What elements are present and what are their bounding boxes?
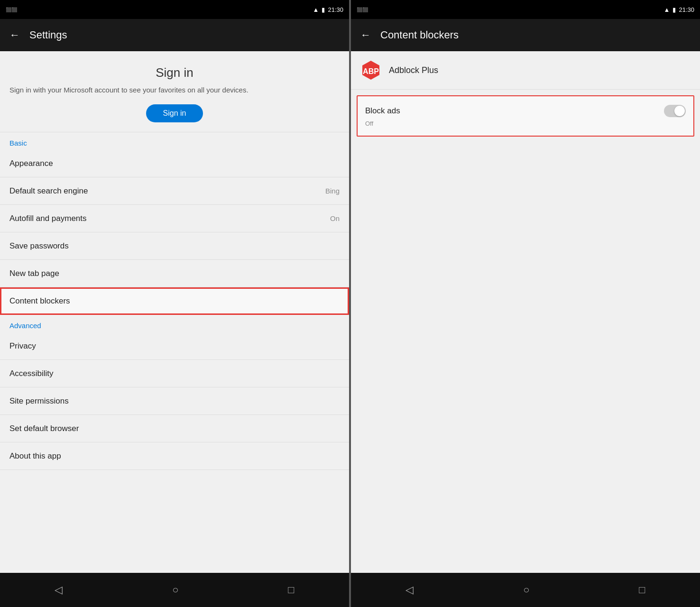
block-ads-toggle[interactable]: [664, 105, 686, 117]
block-ads-status: Off: [365, 120, 686, 127]
adblock-name: Adblock Plus: [389, 65, 438, 75]
left-content: Sign in Sign in with your Microsoft acco…: [0, 51, 349, 573]
settings-label-privacy: Privacy: [9, 341, 36, 351]
left-bottom-nav: ◁ ○ □: [0, 573, 349, 607]
right-back-nav-icon[interactable]: ◁: [405, 584, 414, 596]
right-status-icons: ⬛⬛: [357, 7, 368, 12]
right-time: 21:30: [679, 6, 694, 13]
left-page-title: Settings: [29, 29, 67, 41]
battery-icon: ▮: [322, 6, 325, 13]
wifi-icon: ▲: [313, 6, 319, 13]
left-time: 21:30: [328, 6, 343, 13]
settings-label-new-tab: New tab page: [9, 269, 59, 278]
section-basic-header: Basic: [0, 132, 349, 150]
settings-item-passwords[interactable]: Save passwords: [0, 232, 349, 260]
adblock-header: ABP Adblock Plus: [351, 51, 700, 90]
right-wifi-icon: ▲: [664, 6, 670, 13]
settings-item-accessibility[interactable]: Accessibility: [0, 360, 349, 387]
toggle-knob: [674, 106, 685, 116]
section-advanced-header: Advanced: [0, 315, 349, 332]
settings-item-about[interactable]: About this app: [0, 442, 349, 470]
right-notification-icon: ⬛⬛: [357, 7, 368, 12]
right-page-title: Content blockers: [380, 29, 459, 41]
settings-value-search-engine: Bing: [325, 187, 340, 195]
settings-label-default-browser: Set default browser: [9, 424, 79, 433]
right-status-right: ▲ ▮ 21:30: [664, 6, 694, 13]
left-panel: ⬛⬛ ▲ ▮ 21:30 ← Settings Sign in Sign in …: [0, 0, 349, 607]
right-top-bar: ← Content blockers: [351, 19, 700, 51]
left-back-button[interactable]: ←: [9, 29, 20, 41]
settings-item-new-tab[interactable]: New tab page: [0, 260, 349, 287]
sign-in-button[interactable]: Sign in: [146, 104, 203, 122]
settings-item-site-permissions[interactable]: Site permissions: [0, 387, 349, 415]
right-recents-nav-icon[interactable]: □: [639, 584, 645, 596]
settings-label-search-engine: Default search engine: [9, 186, 88, 196]
sign-in-title: Sign in: [9, 65, 340, 80]
block-ads-label: Block ads: [365, 106, 400, 116]
right-status-bar: ⬛⬛ ▲ ▮ 21:30: [351, 0, 700, 19]
settings-label-about: About this app: [9, 451, 61, 461]
back-nav-icon[interactable]: ◁: [55, 584, 63, 596]
left-top-bar: ← Settings: [0, 19, 349, 51]
block-ads-card: Block ads Off: [357, 95, 694, 137]
sign-in-section: Sign in Sign in with your Microsoft acco…: [0, 51, 349, 132]
svg-text:ABP: ABP: [363, 67, 379, 75]
settings-label-autofill: Autofill and payments: [9, 214, 87, 223]
settings-item-default-browser[interactable]: Set default browser: [0, 415, 349, 442]
sign-in-description: Sign in with your Microsoft account to s…: [9, 85, 340, 95]
right-home-nav-icon[interactable]: ○: [523, 584, 529, 596]
settings-item-privacy[interactable]: Privacy: [0, 332, 349, 360]
left-status-bar: ⬛⬛ ▲ ▮ 21:30: [0, 0, 349, 19]
left-status-icons: ⬛⬛: [6, 7, 17, 12]
settings-item-appearance[interactable]: Appearance: [0, 150, 349, 177]
settings-item-search-engine[interactable]: Default search engine Bing: [0, 177, 349, 205]
settings-value-autofill: On: [330, 214, 340, 222]
settings-label-site-permissions: Site permissions: [9, 396, 69, 406]
right-panel: ⬛⬛ ▲ ▮ 21:30 ← Content blockers ABP Adbl…: [351, 0, 700, 607]
block-ads-row: Block ads: [365, 105, 686, 117]
right-content: ABP Adblock Plus Block ads Off: [351, 51, 700, 573]
settings-label-accessibility: Accessibility: [9, 369, 54, 378]
right-back-button[interactable]: ←: [360, 29, 371, 41]
settings-item-content-blockers[interactable]: Content blockers: [0, 287, 349, 315]
recents-nav-icon[interactable]: □: [288, 584, 294, 596]
settings-label-passwords: Save passwords: [9, 241, 69, 251]
notification-icon: ⬛⬛: [6, 7, 17, 12]
right-bottom-nav: ◁ ○ □: [351, 573, 700, 607]
settings-item-autofill[interactable]: Autofill and payments On: [0, 205, 349, 232]
right-battery-icon: ▮: [672, 6, 676, 13]
settings-label-appearance: Appearance: [9, 159, 53, 168]
settings-label-content-blockers: Content blockers: [9, 296, 70, 306]
left-status-right: ▲ ▮ 21:30: [313, 6, 343, 13]
home-nav-icon[interactable]: ○: [172, 584, 178, 596]
adblock-logo-icon: ABP: [360, 60, 381, 81]
